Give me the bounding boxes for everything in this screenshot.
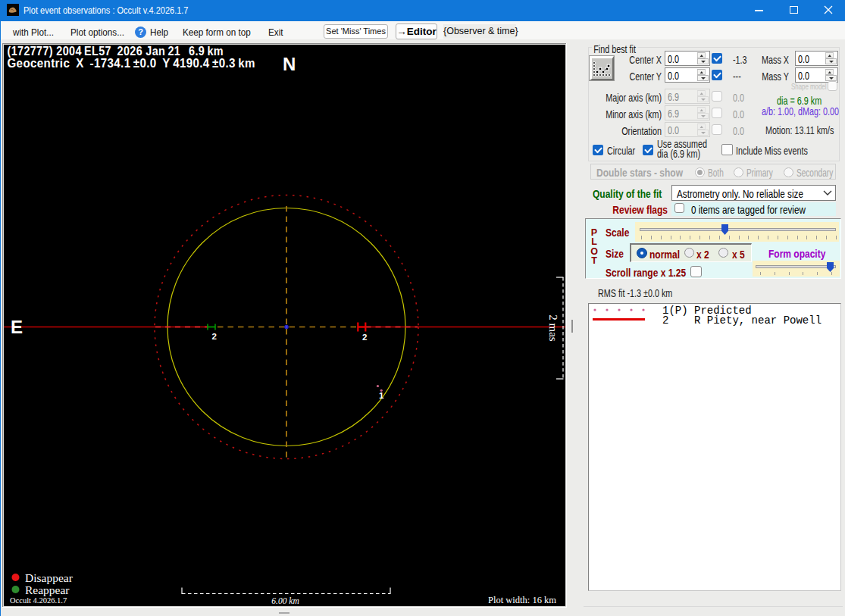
svg-text:2 R Piety, near Powell: 2 R Piety, near Powell bbox=[662, 314, 822, 327]
svg-text:E: E bbox=[11, 317, 23, 337]
svg-text:Disappear: Disappear bbox=[25, 571, 74, 584]
svg-text:Plot width: 16 km: Plot width: 16 km bbox=[488, 595, 556, 605]
svg-text:2: 2 bbox=[362, 333, 367, 342]
svg-text:2 mas: 2 mas bbox=[547, 314, 559, 342]
svg-text:Geocentric X -1734.1 ±0.0 Y: Geocentric X -1734.1 ±0.0 Y 4190.4 ±0.3 … bbox=[8, 57, 255, 70]
svg-text:(172777) 2004 EL57 2026 Jan 2: (172777) 2004 EL57 2026 Jan 21 6.9 km bbox=[8, 45, 224, 58]
svg-text:N: N bbox=[283, 54, 296, 74]
svg-text:2: 2 bbox=[212, 332, 217, 341]
svg-text:Occult 4.2026.1.7: Occult 4.2026.1.7 bbox=[10, 596, 67, 605]
svg-text:Reappear: Reappear bbox=[25, 583, 70, 596]
svg-text:1: 1 bbox=[379, 391, 384, 400]
svg-text:6.00 km: 6.00 km bbox=[271, 596, 299, 605]
